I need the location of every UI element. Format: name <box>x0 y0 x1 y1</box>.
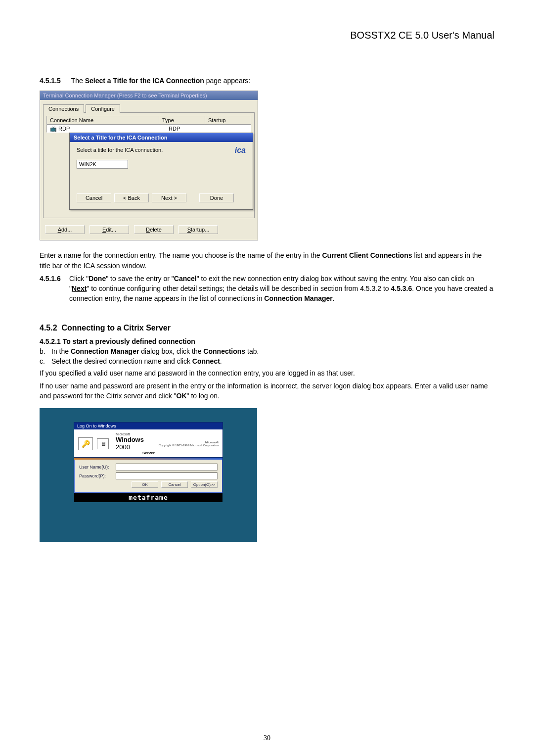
sec-4516-num: 4.5.1.6 <box>40 274 69 304</box>
connection-manager-buttons: AAdd...dd... Edit... Delete Startup... <box>40 221 258 240</box>
banner-server: Server <box>116 451 155 455</box>
figure-logon-dialog: Log On to Windows 🔑 🖥 Microsoft Windows … <box>40 408 257 542</box>
list-item-c: c. Select the desired connection name an… <box>40 357 494 365</box>
connection-title-input[interactable]: WIN2K <box>77 160 128 169</box>
ica-title-modal: Select a Title for the ICA Connection Se… <box>69 133 253 210</box>
connections-panel: Connection Name Type Startup 📺 RDP RDP S… <box>43 112 255 218</box>
para-enter-name: Enter a name for the connection entry. T… <box>40 250 494 271</box>
modal-instruction: Select a title for the ICA connection. <box>77 147 163 153</box>
done-button[interactable]: Done <box>199 193 234 202</box>
metaframe-banner: metaframe <box>74 493 222 502</box>
monitor-icon: 🖥 <box>97 438 109 449</box>
heading-4521: 4.5.2.1 To start a previously defined co… <box>40 337 494 345</box>
tab-strip: Connections Configure <box>43 104 255 112</box>
connection-row-rdp[interactable]: 📺 RDP RDP <box>47 125 251 133</box>
sec-4516: 4.5.1.6 Click "Done" to save the entry o… <box>40 274 494 304</box>
page-number: 30 <box>0 734 534 742</box>
list-item-b: b. In the Connection Manager dialog box,… <box>40 347 494 355</box>
para-no-creds: If no user name and password are present… <box>40 381 494 401</box>
option-button[interactable]: Option(O)>> <box>191 481 218 488</box>
ok-button[interactable]: OK <box>132 481 158 488</box>
username-input[interactable] <box>116 464 218 471</box>
connections-list[interactable]: 📺 RDP RDP <box>46 125 251 133</box>
window-titlebar: Terminal Connection Manager (Press F2 to… <box>40 91 258 100</box>
tab-configure[interactable]: Configure <box>86 104 120 113</box>
para-valid-creds: If you specified a valid user name and p… <box>40 368 494 378</box>
page-header: BOSSTX2 CE 5.0 User's Manual <box>40 30 494 41</box>
heading-452: 4.5.2 Connecting to a Citrix Server <box>40 324 494 332</box>
banner-windows-logo: Windows 2000 <box>116 436 155 451</box>
delete-button[interactable]: Delete <box>134 225 174 234</box>
logon-banner: 🔑 🖥 Microsoft Windows 2000 Server Micros… <box>74 429 222 458</box>
logon-titlebar: Log On to Windows <box>74 423 222 429</box>
figure-ica-title-dialog: Terminal Connection Manager (Press F2 to… <box>40 91 258 240</box>
username-label: User Name(U): <box>79 465 113 470</box>
sec-4516-text: Click "Done" to save the entry or "Cance… <box>69 274 494 304</box>
password-label: Password(P): <box>79 473 113 478</box>
key-icon: 🔑 <box>78 437 93 450</box>
sec-4515: 4.5.1.5 The Select a Title for the ICA C… <box>40 76 494 86</box>
col-startup[interactable]: Startup <box>205 116 251 125</box>
back-button[interactable]: < Back <box>114 193 149 202</box>
connections-columns: Connection Name Type Startup <box>46 116 251 125</box>
next-button[interactable]: Next > <box>152 193 186 202</box>
cancel-button[interactable]: Cancel <box>77 193 111 202</box>
logon-window: Log On to Windows 🔑 🖥 Microsoft Windows … <box>74 422 223 493</box>
edit-button[interactable]: Edit... <box>89 225 129 234</box>
startup-button[interactable]: Startup... <box>178 225 218 234</box>
modal-titlebar: Select a Title for the ICA Connection <box>70 133 253 142</box>
col-connection-name[interactable]: Connection Name <box>47 116 159 125</box>
sec-4515-num: 4.5.1.5 <box>40 76 69 86</box>
ica-logo-icon: ica <box>235 146 246 155</box>
banner-copyright: Copyright © 1985-1999 Microsoft Corporat… <box>159 444 219 447</box>
col-type[interactable]: Type <box>159 116 205 125</box>
sec-4515-text: The Select a Title for the ICA Connectio… <box>71 77 251 85</box>
banner-ms-small: Microsoft <box>116 432 155 436</box>
logon-form: User Name(U): Password(P): OK Cancel Opt… <box>74 460 222 493</box>
add-button[interactable]: AAdd...dd... <box>45 225 85 234</box>
cancel-button[interactable]: Cancel <box>161 481 188 488</box>
tab-connections[interactable]: Connections <box>43 104 84 113</box>
password-input[interactable] <box>116 472 218 479</box>
